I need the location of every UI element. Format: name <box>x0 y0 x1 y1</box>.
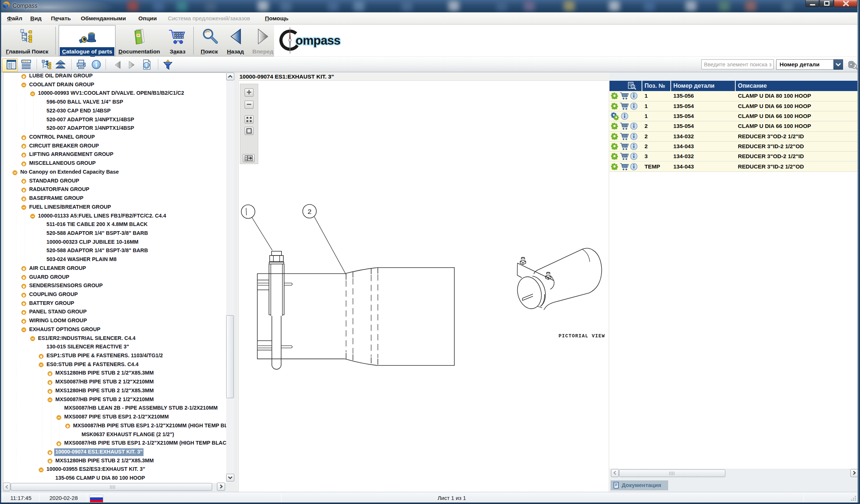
svg-text:2: 2 <box>307 208 311 216</box>
svg-text:ompass: ompass <box>296 34 341 47</box>
